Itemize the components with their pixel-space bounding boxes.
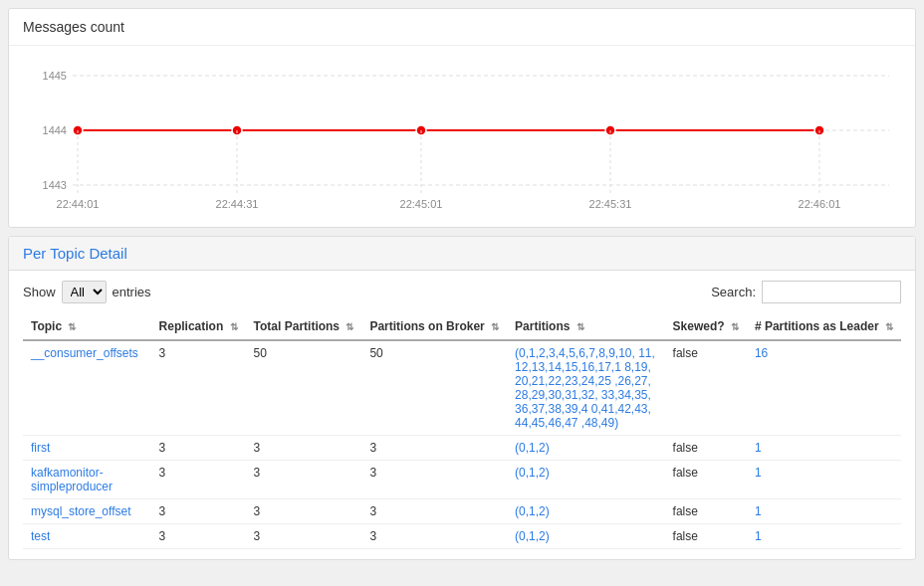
topic-link[interactable]: test: [31, 529, 50, 543]
partitions-as-leader-link[interactable]: 1: [755, 504, 762, 518]
chart-area: 1445 1444 1443 22:44:01 22:44: [9, 46, 915, 227]
cell-partitions: (0,1,2): [507, 499, 664, 524]
col-partitions-on-broker[interactable]: Partitions on Broker ⇅: [361, 313, 507, 340]
cell-topic: __consumer_offsets: [23, 340, 151, 436]
per-topic-header: Per Topic Detail: [9, 237, 915, 271]
cell-replication: 3: [151, 436, 246, 461]
svg-text:22:46:01: 22:46:01: [799, 198, 841, 210]
partitions-link[interactable]: (0,1,2,3,4,5,6,7,8,9,10, 11,12,13,14,15,…: [515, 346, 655, 430]
per-topic-title: Per Topic Detail: [23, 245, 901, 262]
col-skewed[interactable]: Skewed? ⇅: [665, 313, 747, 340]
col-partitions[interactable]: Partitions ⇅: [507, 313, 664, 340]
sort-icon-partitions-on-broker: ⇅: [491, 321, 499, 332]
sort-icon-topic: ⇅: [68, 321, 76, 332]
cell-replication: 3: [151, 340, 246, 436]
svg-text:1444: 1444: [43, 124, 67, 136]
table-row: first333(0,1,2)false1: [23, 436, 901, 461]
cell-topic: mysql_store_offset: [23, 499, 151, 524]
table-row: __consumer_offsets35050(0,1,2,3,4,5,6,7,…: [23, 340, 901, 436]
cell-partitionsonbroker: 3: [361, 461, 507, 499]
partitions-as-leader-link[interactable]: 1: [755, 529, 762, 543]
cell-totalpartitions: 3: [246, 524, 362, 549]
show-select[interactable]: All 10 25 50: [62, 281, 107, 303]
table-row: kafkamonitor-simpleproducer333(0,1,2)fal…: [23, 461, 901, 499]
table-row: test333(0,1,2)false1: [23, 524, 901, 549]
cell-skewed: false: [665, 461, 747, 499]
cell-replication: 3: [151, 499, 246, 524]
cell-topic: first: [23, 436, 151, 461]
partitions-link[interactable]: (0,1,2): [515, 504, 550, 518]
col-skewed-label: Skewed?: [673, 319, 725, 333]
cell-partitionsonbroker: 50: [361, 340, 507, 436]
cell-partitions-as-leader: 1: [747, 436, 901, 461]
partitions-link[interactable]: (0,1,2): [515, 466, 550, 480]
cell-partitions: (0,1,2): [507, 524, 664, 549]
cell-partitions: (0,1,2,3,4,5,6,7,8,9,10, 11,12,13,14,15,…: [507, 340, 664, 436]
svg-text:1445: 1445: [43, 70, 67, 82]
table-row: mysql_store_offset333(0,1,2)false1: [23, 499, 901, 524]
cell-partitions-as-leader: 1: [747, 524, 901, 549]
table-controls: Show All 10 25 50 entries Search:: [23, 281, 901, 303]
col-replication[interactable]: Replication ⇅: [151, 313, 246, 340]
chart-title: Messages count: [9, 9, 915, 46]
cell-partitions-as-leader: 16: [747, 340, 901, 436]
col-partitions-as-leader-label: # Partitions as Leader: [755, 319, 879, 333]
cell-partitions-as-leader: 1: [747, 499, 901, 524]
table-section: Show All 10 25 50 entries Search:: [9, 271, 915, 559]
cell-totalpartitions: 3: [246, 436, 362, 461]
partitions-link[interactable]: (0,1,2): [515, 441, 550, 455]
cell-topic: test: [23, 524, 151, 549]
sort-icon-replication: ⇅: [230, 321, 238, 332]
cell-partitionsonbroker: 3: [361, 436, 507, 461]
cell-partitions-as-leader: 1: [747, 461, 901, 499]
col-topic-label: Topic: [31, 319, 62, 333]
cell-partitions: (0,1,2): [507, 461, 664, 499]
partitions-as-leader-link[interactable]: 16: [755, 346, 768, 360]
messages-count-chart: 1445 1444 1443 22:44:01 22:44: [23, 56, 899, 210]
cell-skewed: false: [665, 499, 747, 524]
svg-text:1443: 1443: [43, 179, 67, 191]
search-input[interactable]: [762, 281, 901, 303]
sort-icon-skewed: ⇅: [731, 321, 739, 332]
col-partitions-as-leader[interactable]: # Partitions as Leader ⇅: [747, 313, 901, 340]
show-label: Show: [23, 285, 56, 299]
topic-link[interactable]: kafkamonitor-simpleproducer: [31, 466, 113, 493]
topic-link[interactable]: mysql_store_offset: [31, 504, 131, 518]
cell-totalpartitions: 50: [246, 340, 362, 436]
per-topic-card: Per Topic Detail Show All 10 25 50 entri…: [8, 236, 916, 560]
table-controls-right: Search:: [711, 281, 901, 303]
cell-totalpartitions: 3: [246, 499, 362, 524]
topic-link[interactable]: first: [31, 441, 50, 455]
cell-partitionsonbroker: 3: [361, 524, 507, 549]
cell-topic: kafkamonitor-simpleproducer: [23, 461, 151, 499]
partitions-as-leader-link[interactable]: 1: [755, 466, 762, 480]
cell-replication: 3: [151, 524, 246, 549]
partitions-as-leader-link[interactable]: 1: [755, 441, 762, 455]
cell-totalpartitions: 3: [246, 461, 362, 499]
col-total-partitions-label: Total Partitions: [254, 319, 340, 333]
entries-label: entries: [113, 285, 151, 299]
cell-skewed: false: [665, 524, 747, 549]
topic-link[interactable]: __consumer_offsets: [31, 346, 138, 360]
svg-text:22:44:31: 22:44:31: [216, 198, 259, 210]
cell-skewed: false: [665, 340, 747, 436]
svg-text:22:45:31: 22:45:31: [589, 198, 632, 210]
col-replication-label: Replication: [159, 319, 224, 333]
cell-partitions: (0,1,2): [507, 436, 664, 461]
topic-table: Topic ⇅ Replication ⇅ Total Partitions ⇅: [23, 313, 901, 549]
col-partitions-label: Partitions: [515, 319, 570, 333]
table-controls-left: Show All 10 25 50 entries: [23, 281, 151, 303]
col-partitions-on-broker-label: Partitions on Broker: [369, 319, 484, 333]
table-header-row: Topic ⇅ Replication ⇅ Total Partitions ⇅: [23, 313, 901, 340]
svg-text:22:44:01: 22:44:01: [57, 198, 100, 210]
cell-partitionsonbroker: 3: [361, 499, 507, 524]
cell-replication: 3: [151, 461, 246, 499]
sort-icon-partitions-as-leader: ⇅: [885, 321, 893, 332]
cell-skewed: false: [665, 436, 747, 461]
col-total-partitions[interactable]: Total Partitions ⇅: [246, 313, 362, 340]
partitions-link[interactable]: (0,1,2): [515, 529, 550, 543]
sort-icon-partitions: ⇅: [577, 321, 584, 332]
col-topic[interactable]: Topic ⇅: [23, 313, 151, 340]
sort-icon-total-partitions: ⇅: [346, 321, 353, 332]
svg-text:22:45:01: 22:45:01: [400, 198, 443, 210]
